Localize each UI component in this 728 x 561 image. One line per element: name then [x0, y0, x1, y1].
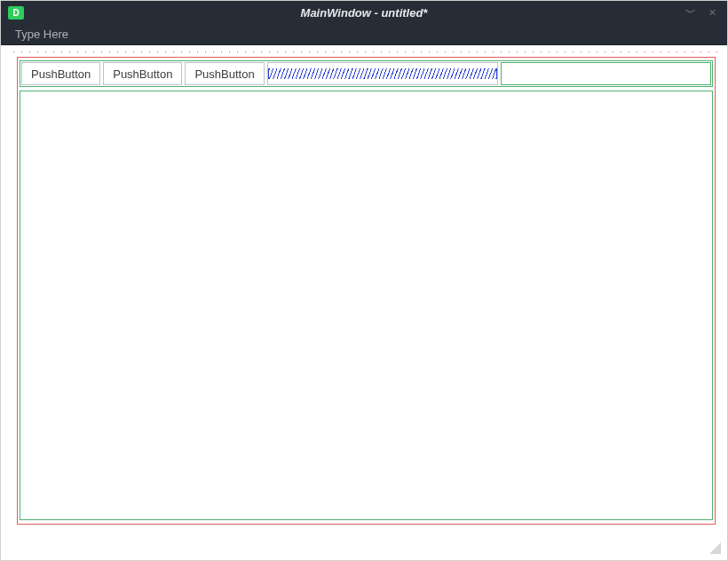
design-surface[interactable]: PushButton PushButton PushButton — [1, 45, 727, 560]
app-icon: D — [8, 6, 24, 20]
app-icon-letter: D — [12, 8, 19, 18]
horizontal-spacer[interactable] — [267, 62, 498, 85]
designer-window: D MainWindow - untitled* ﹀ ✕ Type Here P… — [0, 0, 728, 561]
button-label: PushButton — [113, 67, 172, 81]
ruler-left — [1, 45, 8, 560]
ruler-top — [10, 50, 723, 52]
titlebar: D MainWindow - untitled* ﹀ ✕ — [1, 1, 727, 24]
body-widget[interactable] — [20, 91, 713, 520]
central-widget-frame[interactable]: PushButton PushButton PushButton — [17, 57, 716, 525]
menubar-placeholder[interactable]: Type Here — [15, 28, 68, 41]
chevron-down-icon[interactable]: ﹀ — [685, 5, 696, 20]
close-icon[interactable]: ✕ — [708, 7, 716, 19]
menubar[interactable]: Type Here — [1, 24, 727, 45]
horizontal-layout[interactable]: PushButton PushButton PushButton — [20, 60, 713, 87]
form-canvas[interactable]: PushButton PushButton PushButton — [10, 50, 723, 556]
titlebar-controls: ﹀ ✕ — [685, 5, 727, 20]
push-button-3[interactable]: PushButton — [185, 62, 264, 85]
spacer-hatch-icon — [268, 68, 497, 79]
button-label: PushButton — [31, 67, 91, 81]
window-title: MainWindow - untitled* — [301, 6, 428, 20]
resize-grip-icon[interactable] — [708, 541, 721, 554]
push-button-2[interactable]: PushButton — [103, 62, 182, 85]
push-button-1[interactable]: PushButton — [21, 62, 100, 85]
button-label: PushButton — [194, 67, 254, 81]
layout-empty-cell[interactable] — [501, 62, 711, 85]
